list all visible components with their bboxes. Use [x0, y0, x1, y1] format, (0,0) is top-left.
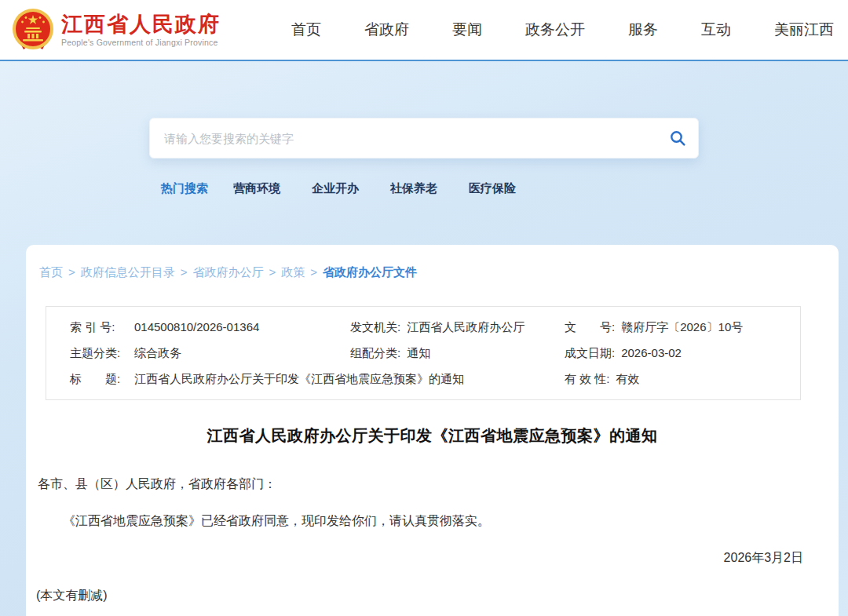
- meta-date-value: 2026-03-02: [621, 344, 682, 362]
- meta-group-label: 组配分类:: [350, 344, 400, 362]
- meta-title-value: 江西省人民政府办公厅关于印发《江西省地震应急预案》的通知: [134, 370, 464, 388]
- breadcrumb-separator: >: [68, 265, 75, 279]
- nav-item-provincial-govt[interactable]: 省政府: [364, 20, 409, 40]
- search-button[interactable]: [657, 118, 698, 158]
- hot-search-item-business-env[interactable]: 营商环境: [233, 181, 280, 196]
- meta-title: 标 题: 江西省人民政府办公厅关于印发《江西省地震应急预案》的通知: [46, 366, 565, 392]
- meta-doc-no-value: 赣府厅字〔2026〕10号: [621, 319, 743, 336]
- national-emblem-icon: [11, 8, 55, 52]
- breadcrumb: 首页 > 政府信息公开目录 > 省政府办公厅 > 政策 > 省政府办公厅文件: [39, 265, 839, 279]
- hot-search-item-medical-insurance[interactable]: 医疗保险: [469, 181, 516, 196]
- site-title: 江西省人民政府: [61, 13, 221, 36]
- nav-item-interaction[interactable]: 互动: [701, 20, 731, 40]
- meta-issuer-value: 江西省人民政府办公厅: [407, 319, 525, 336]
- meta-issuer-label: 发文机关:: [350, 319, 400, 336]
- meta-topic-value: 综合政务: [134, 344, 181, 362]
- meta-group-category: 组配分类: 通知: [350, 341, 565, 366]
- meta-doc-no-label: 文 号:: [565, 319, 615, 336]
- meta-date-label: 成文日期:: [565, 344, 615, 362]
- meta-title-label: 标 题:: [70, 370, 134, 388]
- meta-validity-label: 有 效 性:: [565, 370, 610, 388]
- breadcrumb-separator: >: [310, 265, 317, 279]
- breadcrumb-home[interactable]: 首页: [39, 265, 63, 279]
- breadcrumb-policy[interactable]: 政策: [281, 265, 305, 279]
- document-body: 各市、县（区）人民政府，省政府各部门： 《江西省地震应急预案》已经省政府同意，现…: [26, 476, 839, 604]
- document-salutation: 各市、县（区）人民政府，省政府各部门：: [38, 476, 839, 493]
- meta-index-value: 014500810/2026-01364: [134, 319, 259, 336]
- breadcrumb-separator: >: [269, 265, 276, 279]
- document-note: (本文有删减): [36, 588, 839, 604]
- meta-validity: 有 效 性: 有效: [565, 366, 800, 392]
- nav-item-beautiful-jiangxi[interactable]: 美丽江西: [774, 20, 834, 40]
- breadcrumb-current: 省政府办公厅文件: [323, 265, 417, 279]
- search-box: [149, 118, 699, 159]
- meta-group-value: 通知: [407, 344, 430, 362]
- nav-item-news[interactable]: 要闻: [452, 20, 482, 40]
- search-input[interactable]: [150, 118, 657, 158]
- document-date: 2026年3月2日: [26, 550, 803, 567]
- hot-search-row: 热门搜索 营商环境 企业开办 社保养老 医疗保险: [161, 181, 516, 196]
- nav-item-services[interactable]: 服务: [628, 20, 658, 40]
- site-header: 江西省人民政府 People's Government of Jiangxi P…: [0, 0, 848, 61]
- nav-item-govt-affairs[interactable]: 政务公开: [525, 20, 585, 40]
- meta-index-label: 索 引 号:: [70, 319, 134, 336]
- main-nav: 首页 省政府 要闻 政务公开 服务 互动 美丽江西: [291, 20, 834, 40]
- breadcrumb-info-directory[interactable]: 政府信息公开目录: [81, 265, 175, 279]
- hot-search-item-social-security[interactable]: 社保养老: [390, 181, 437, 196]
- site-subtitle: People's Government of Jiangxi Province: [61, 38, 221, 47]
- document-meta-table: 索 引 号: 014500810/2026-01364 发文机关: 江西省人民政…: [46, 306, 801, 400]
- content-card: 首页 > 政府信息公开目录 > 省政府办公厅 > 政策 > 省政府办公厅文件 索…: [26, 245, 839, 616]
- nav-item-home[interactable]: 首页: [291, 20, 321, 40]
- hot-search-label: 热门搜索: [161, 181, 208, 196]
- meta-topic-category: 主题分类: 综合政务: [46, 341, 350, 366]
- meta-issue-date: 成文日期: 2026-03-02: [565, 341, 800, 366]
- breadcrumb-general-office[interactable]: 省政府办公厅: [193, 265, 264, 279]
- breadcrumb-separator: >: [181, 265, 188, 279]
- site-logo[interactable]: 江西省人民政府 People's Government of Jiangxi P…: [11, 8, 221, 52]
- page: 江西省人民政府 People's Government of Jiangxi P…: [0, 0, 848, 616]
- meta-topic-label: 主题分类:: [70, 344, 134, 362]
- search-icon: [669, 129, 686, 147]
- document-title: 江西省人民政府办公厅关于印发《江西省地震应急预案》的通知: [26, 425, 839, 447]
- document-paragraph: 《江西省地震应急预案》已经省政府同意，现印发给你们，请认真贯彻落实。: [38, 513, 803, 530]
- meta-issuing-agency: 发文机关: 江西省人民政府办公厅: [350, 315, 565, 341]
- meta-document-number: 文 号: 赣府厅字〔2026〕10号: [565, 315, 800, 341]
- meta-validity-value: 有效: [616, 370, 640, 388]
- logo-text: 江西省人民政府 People's Government of Jiangxi P…: [61, 13, 221, 47]
- meta-index-number: 索 引 号: 014500810/2026-01364: [46, 315, 350, 341]
- hot-search-item-company-setup[interactable]: 企业开办: [312, 181, 359, 196]
